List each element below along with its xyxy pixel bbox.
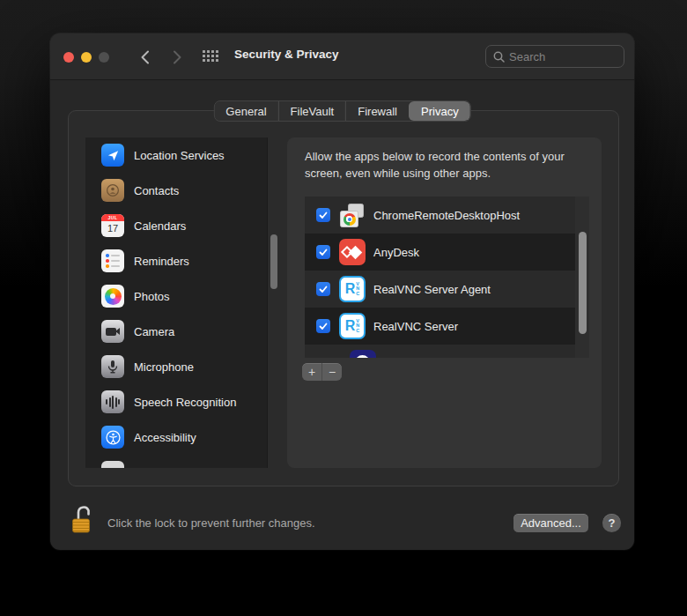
tab-label: Firewall	[358, 105, 397, 118]
camera-icon	[101, 320, 124, 343]
partially-visible-icon	[101, 461, 124, 468]
accessibility-icon	[101, 426, 124, 449]
checkmark-icon	[319, 286, 328, 293]
app-list-scrollbar-thumb[interactable]	[579, 232, 587, 334]
sidebar-item-label: Location Services	[134, 149, 225, 162]
advanced-button[interactable]: Advanced...	[513, 514, 588, 532]
chevron-right-icon	[173, 50, 182, 64]
app-checkbox[interactable]	[316, 245, 330, 259]
sidebar-item-speech-recognition[interactable]: Speech Recognition	[85, 384, 280, 419]
tab-bar: General FileVault Firewall Privacy	[213, 100, 470, 122]
sidebar-scrollbar-thumb[interactable]	[270, 234, 277, 289]
minimize-window-button[interactable]	[81, 52, 92, 63]
preferences-pane: Location Services Contacts JUL 17 Calend…	[68, 110, 619, 486]
panel-description-line2: screen, even while using other apps.	[305, 166, 597, 182]
app-checkbox[interactable]	[316, 282, 330, 296]
anydesk-icon	[339, 239, 366, 265]
photos-icon	[101, 285, 124, 308]
calendar-month-label: JUL	[101, 214, 124, 221]
unlocked-padlock-icon	[70, 503, 96, 535]
tab-privacy[interactable]: Privacy	[409, 101, 470, 121]
sidebar-item-label: Photos	[134, 290, 169, 303]
search-field[interactable]	[485, 45, 624, 68]
app-name: ChromeRemoteDesktopHost	[373, 209, 520, 222]
close-window-button[interactable]	[63, 52, 74, 63]
app-checkbox[interactable]	[316, 319, 330, 333]
calendar-day-label: 17	[107, 221, 118, 235]
realvnc-icon: R VNC	[339, 313, 366, 339]
sidebar-item-photos[interactable]: Photos	[85, 278, 280, 314]
sidebar-item-partial[interactable]	[85, 455, 280, 468]
checkmark-icon	[319, 249, 328, 256]
help-button[interactable]: ?	[602, 514, 621, 532]
chrome-remote-desktop-icon	[339, 202, 366, 228]
show-all-preferences-icon[interactable]	[203, 50, 218, 62]
search-input[interactable]	[509, 50, 617, 63]
tab-label: Privacy	[421, 105, 459, 118]
app-row-realvnc-server[interactable]: R VNC RealVNC Server	[305, 308, 575, 345]
calendars-icon: JUL 17	[101, 214, 124, 237]
speech-recognition-icon	[101, 390, 124, 413]
location-services-icon	[101, 144, 124, 167]
lock-hint-text: Click the lock to prevent further change…	[107, 516, 315, 530]
add-remove-control: + −	[302, 363, 342, 381]
sidebar-item-accessibility[interactable]: Accessibility	[85, 419, 280, 455]
lock-button[interactable]	[70, 503, 96, 538]
sidebar-item-label: Calendars	[134, 219, 186, 233]
app-list-scrollbar[interactable]	[575, 197, 589, 358]
sidebar-item-contacts[interactable]: Contacts	[85, 173, 280, 208]
app-name: AnyDesk	[373, 246, 419, 259]
checkmark-icon	[319, 212, 328, 219]
sidebar-item-label: Camera	[134, 325, 174, 338]
reminders-icon	[101, 249, 124, 272]
app-row-partial[interactable]	[305, 345, 575, 358]
zoom-window-button[interactable]	[99, 52, 109, 63]
realvnc-icon: R VNC	[339, 276, 366, 302]
tab-firewall[interactable]: Firewall	[345, 101, 409, 121]
realvnc-letter: R	[345, 319, 356, 333]
tab-filevault[interactable]: FileVault	[278, 101, 346, 121]
sidebar-item-label: Accessibility	[134, 431, 196, 444]
allowed-apps-list: ChromeRemoteDesktopHost AnyDesk	[305, 197, 589, 358]
panel-description: Allow the apps below to record the conte…	[305, 149, 597, 182]
desktop-background: Security & Privacy Location Services	[0, 0, 687, 616]
app-name: RealVNC Server Agent	[373, 283, 491, 296]
sidebar-item-label: Speech Recognition	[134, 396, 236, 409]
sidebar-item-label: Contacts	[134, 184, 179, 197]
chevron-left-icon	[140, 50, 150, 64]
add-app-button[interactable]: +	[302, 363, 321, 381]
sidebar-item-microphone[interactable]: Microphone	[85, 349, 280, 384]
sidebar-item-camera[interactable]: Camera	[85, 314, 280, 349]
sidebar-item-location-services[interactable]: Location Services	[85, 137, 280, 173]
microphone-icon	[101, 355, 124, 378]
panel-description-line1: Allow the apps below to record the conte…	[305, 149, 597, 166]
tab-label: General	[225, 105, 266, 118]
search-icon	[493, 51, 505, 63]
security-privacy-window: Security & Privacy Location Services	[50, 33, 634, 550]
sidebar-item-label: Microphone	[134, 360, 194, 374]
tab-label: FileVault	[291, 105, 335, 118]
contacts-icon	[101, 179, 124, 202]
remove-app-button[interactable]: −	[322, 363, 342, 381]
app-row-realvnc-server-agent[interactable]: R VNC RealVNC Server Agent	[305, 271, 575, 308]
app-checkbox[interactable]	[316, 208, 330, 222]
traffic-lights	[63, 52, 109, 63]
window-title: Security & Privacy	[234, 48, 339, 61]
partially-visible-app-icon	[350, 350, 376, 358]
sidebar-scrollbar[interactable]	[267, 137, 280, 468]
forward-button[interactable]	[166, 46, 188, 69]
back-button[interactable]	[134, 46, 155, 69]
app-name: RealVNC Server	[373, 320, 458, 333]
realvnc-letter: R	[345, 282, 356, 296]
tab-general[interactable]: General	[214, 101, 277, 121]
app-row-chrome-remote-desktop[interactable]: ChromeRemoteDesktopHost	[305, 197, 575, 234]
window-titlebar[interactable]: Security & Privacy	[50, 33, 634, 80]
privacy-category-list: Location Services Contacts JUL 17 Calend…	[85, 137, 280, 468]
screen-recording-panel: Allow the apps below to record the conte…	[287, 137, 602, 468]
sidebar-item-label: Reminders	[134, 255, 189, 268]
checkmark-icon	[319, 323, 328, 330]
sidebar-item-calendars[interactable]: JUL 17 Calendars	[85, 208, 280, 243]
sidebar-item-reminders[interactable]: Reminders	[85, 243, 280, 278]
app-row-anydesk[interactable]: AnyDesk	[305, 234, 575, 271]
